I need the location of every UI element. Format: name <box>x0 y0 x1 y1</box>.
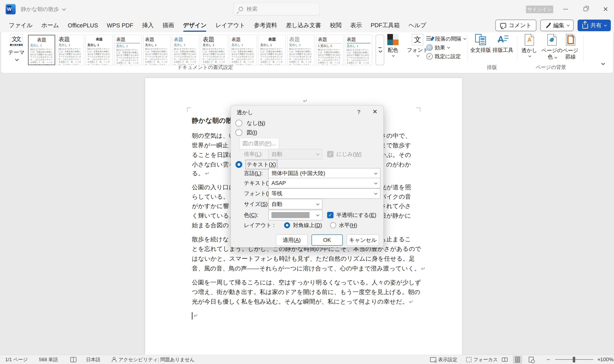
style-set-thumbnail[interactable]: 表題見出し 1[挿入] タブのギャラリーには、文書全体の体裁に合わせて調整するた… <box>259 35 286 65</box>
focus-button[interactable]: フォーカス <box>466 355 498 364</box>
tab-layout[interactable]: レイアウト <box>211 19 249 31</box>
full-layout-button[interactable]: 全文排版 <box>470 34 491 53</box>
chevron-down-icon <box>604 24 607 26</box>
tab-design[interactable]: デザイン <box>178 19 211 31</box>
style-set-thumbnail[interactable]: 表題見出し 1[挿入] タブのギャラリーには、文書全体の体裁に合わせて調整するた… <box>230 35 257 65</box>
close-button[interactable]: ✕ <box>598 0 613 18</box>
watermark-text-dropdown[interactable]: ASAP <box>269 178 380 188</box>
view-web-layout-button[interactable] <box>527 355 536 364</box>
display-settings-button[interactable]: 表示設定 <box>430 355 457 364</box>
style-set-thumbnail[interactable]: 表題見出し 1[挿入] タブのギャラリーには、文書全体の体裁に合わせて調整するた… <box>57 35 84 65</box>
radio-diagonal[interactable] <box>284 222 290 228</box>
radio-horizontal[interactable] <box>330 222 336 228</box>
language-dropdown[interactable]: 簡体中国語 (中国大陸) <box>269 168 380 179</box>
word-app-icon[interactable]: W <box>6 4 16 14</box>
size-dropdown[interactable]: 自動 <box>269 199 322 209</box>
style-set-thumbnail[interactable]: 表題見出し 1[挿入] タブのギャラリーには、文書全体の体裁に合わせて調整するた… <box>143 35 170 65</box>
display-settings-label: 表示設定 <box>438 356 457 363</box>
semitransparent-checkbox[interactable]: ✓ <box>327 212 333 218</box>
watermark-none-option[interactable]: なし(N) <box>231 118 383 128</box>
gallery-more-button[interactable] <box>376 35 384 65</box>
tab-wps-pdf[interactable]: WPS PDF <box>102 20 138 31</box>
washout-option[interactable]: ✓ にじみ(W) <box>327 149 379 159</box>
tab-home[interactable]: ホーム <box>37 19 63 31</box>
radio-none[interactable] <box>235 120 242 127</box>
document-title[interactable]: 静かな朝の散歩 <box>21 0 65 18</box>
semitransparent-option[interactable]: ✓ 半透明にする(E) <box>327 210 383 220</box>
share-button[interactable]: 共有 <box>578 20 611 31</box>
style-set-thumbnail[interactable]: 表題見出し 1[挿入] タブのギャラリーには、文書全体の体裁に合わせて調整するた… <box>86 35 113 65</box>
scale-dropdown[interactable]: 自動 <box>269 149 322 159</box>
tab-file[interactable]: ファイル <box>4 19 37 31</box>
size-value: 自動 <box>272 200 282 208</box>
group-label-page-background: ページの背景 <box>536 64 566 71</box>
style-set-thumbnail[interactable]: 表題見出し 1[挿入] タブのギャラリーには、文書全体の体裁に合わせて調整するた… <box>201 35 228 65</box>
page-color-button[interactable]: ページの色 <box>541 34 563 60</box>
cancel-button[interactable]: キャンセル <box>347 234 379 246</box>
tab-draw[interactable]: 描画 <box>158 19 178 31</box>
zoom-level[interactable]: 100% <box>600 355 614 364</box>
editing-mode-button[interactable]: 編集 <box>540 20 573 31</box>
watermark-button[interactable]: A 透かし <box>521 34 537 57</box>
color-dropdown[interactable] <box>269 210 322 220</box>
fonts-button[interactable]: 文 フォント <box>407 34 428 57</box>
zoom-out-button[interactable]: − <box>546 355 550 364</box>
ok-button[interactable]: OK <box>312 234 343 246</box>
dialog-close-button[interactable]: ✕ <box>372 108 378 115</box>
style-set-thumbnail[interactable]: 表題1 見出し 1[挿入] タブのギャラリーには、文書全体の体裁に合わせて調整す… <box>316 35 343 65</box>
effects-button[interactable]: 効果 <box>426 43 466 52</box>
style-set-thumbnail[interactable]: 表題見出し 1[挿入] タブのギャラリーには、文書全体の体裁に合わせて調整するた… <box>114 35 142 65</box>
word-count[interactable]: 568 単語 <box>39 355 58 364</box>
washout-checkbox[interactable]: ✓ <box>327 151 333 157</box>
tab-view[interactable]: 表示 <box>346 19 366 31</box>
page-borders-button[interactable]: ページ罫線 <box>563 34 578 60</box>
dialog-help-button[interactable]: ? <box>357 109 360 115</box>
radio-text[interactable] <box>235 161 242 168</box>
share-label: 共有 <box>590 22 601 29</box>
accessibility-status[interactable]: アクセシビリティ: 問題ありません <box>111 355 195 364</box>
radio-picture[interactable] <box>235 129 242 136</box>
tab-references[interactable]: 参考資料 <box>249 19 282 31</box>
style-set-thumbnail[interactable]: 表題見出し 1[挿入] タブのギャラリーには、文書全体の体裁に合わせて調整するた… <box>172 35 199 65</box>
tab-pdf-toolbox[interactable]: PDF工具箱 <box>366 19 404 31</box>
tab-review[interactable]: 校閲 <box>326 19 346 31</box>
tab-help[interactable]: ヘルプ <box>404 19 431 31</box>
tab-officeplus[interactable]: OfficePLUS <box>63 20 102 31</box>
collapse-ribbon-button[interactable] <box>601 61 605 65</box>
chevron-down-icon <box>379 49 382 52</box>
select-picture-button[interactable]: 図の選択(P)... <box>239 138 279 149</box>
layout-tools-button[interactable]: A 排版工具 <box>492 34 513 53</box>
zoom-slider[interactable] <box>555 359 593 360</box>
colors-button[interactable]: 配色 <box>387 34 398 57</box>
proofing-button[interactable] <box>70 355 76 364</box>
thumb-title: 表題 <box>116 36 140 43</box>
zoom-slider-handle[interactable] <box>573 357 575 362</box>
sign-in-button[interactable]: サインイン <box>526 6 553 13</box>
view-print-layout-button[interactable] <box>513 355 522 364</box>
chevron-down-icon <box>374 171 378 175</box>
tab-mailings[interactable]: 差し込み文書 <box>282 19 325 31</box>
group-divider <box>583 35 584 62</box>
view-read-mode-button[interactable] <box>500 355 509 364</box>
comments-button[interactable]: コメント <box>495 20 536 31</box>
language-indicator[interactable]: 日本語 <box>86 355 100 364</box>
font-dropdown[interactable]: 等线 <box>269 188 380 199</box>
word-window: { "colors": { "accent": "#185ABD", "acti… <box>0 0 614 364</box>
thumb-title: 表題 <box>145 36 169 42</box>
tab-insert[interactable]: 挿入 <box>138 19 158 31</box>
themes-button[interactable]: 文文 テーマ <box>5 34 27 64</box>
style-set-thumbnail[interactable]: 表題見出し 1[挿入] タブのギャラリーには、文書全体の体裁に合わせて調整するた… <box>345 35 372 65</box>
thumb-title: 表題 <box>59 36 82 42</box>
style-set-thumbnail[interactable]: 表題見出し 1[挿入] タブのギャラリーには、文書全体の体裁に合わせて調整するた… <box>287 35 314 65</box>
thumb-body: [挿入] タブのギャラリーには、文書全体の体裁に合わせて調整するためのアイテムが… <box>30 48 53 65</box>
restore-button[interactable] <box>578 0 593 18</box>
search-input[interactable]: 検索 <box>234 3 320 15</box>
minimize-button[interactable] <box>558 0 573 18</box>
style-set-thumbnail-selected[interactable]: 表題見出し 1[挿入] タブのギャラリーには、文書全体の体裁に合わせて調整するた… <box>28 35 55 65</box>
paragraph-spacing-button[interactable]: 段落の間隔 <box>426 34 466 43</box>
page-indicator[interactable]: 1/1 ページ <box>5 355 28 364</box>
set-as-default-button[interactable]: ✓ 既定に設定 <box>426 52 466 61</box>
colors-label: 配色 <box>388 47 398 53</box>
apply-button[interactable]: 適用(A) <box>276 234 308 246</box>
watermark-picture-option[interactable]: 図(I) <box>231 127 383 138</box>
